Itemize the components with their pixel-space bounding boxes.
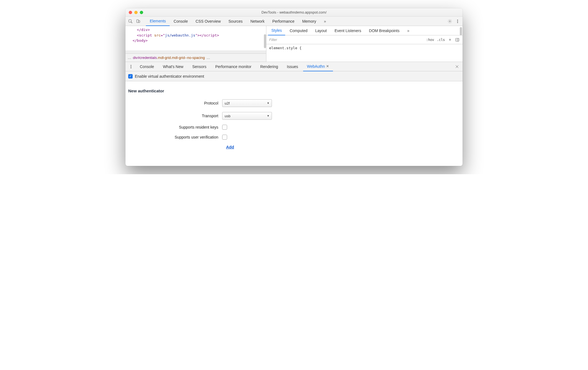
gear-icon[interactable]: [446, 17, 454, 25]
new-rule-icon[interactable]: ＋: [448, 38, 452, 42]
chevron-down-icon: ▼: [267, 114, 269, 117]
svg-rect-2: [138, 20, 140, 22]
elements-pane: </div> <script src="js/webauthn.js"></sc…: [125, 26, 266, 62]
code-token: </div>: [137, 28, 150, 32]
transport-select[interactable]: usb ▼: [222, 112, 272, 120]
protocol-label: Protocol: [128, 101, 222, 105]
tab-console[interactable]: Console: [170, 17, 191, 26]
drawer-tab-perfmon[interactable]: Performance monitor: [211, 62, 255, 71]
kebab-menu-icon[interactable]: [454, 17, 461, 25]
resident-keys-label: Supports resident keys: [128, 125, 222, 129]
user-verification-label: Supports user verification: [128, 135, 222, 139]
styles-pane: Styles Computed Layout Event Listeners D…: [266, 26, 463, 62]
svg-point-5: [457, 21, 458, 21]
svg-point-9: [131, 66, 131, 67]
scrollbar-vertical[interactable]: [264, 34, 266, 48]
svg-rect-7: [456, 38, 459, 41]
webauthn-panel: New authenticator Protocol u2f ▼ Transpo…: [125, 81, 463, 166]
tab-event-listeners[interactable]: Event Listeners: [331, 26, 365, 35]
row-resident-keys: Supports resident keys: [128, 125, 460, 130]
tab-computed[interactable]: Computed: [286, 26, 311, 35]
inspect-element-icon[interactable]: [127, 17, 134, 25]
scrollbar-vertical[interactable]: [460, 27, 462, 35]
styles-filter-row: :hov .cls ＋: [266, 35, 463, 44]
section-title: New authenticator: [128, 88, 460, 93]
tab-elements[interactable]: Elements: [146, 17, 170, 26]
drawer-tabstrip: Console What's New Sensors Performance m…: [125, 62, 463, 71]
svg-point-3: [449, 21, 450, 22]
hov-toggle[interactable]: :hov: [426, 38, 434, 42]
tab-styles[interactable]: Styles: [268, 26, 285, 35]
titlebar: DevTools - webauthndemo.appspot.com/: [125, 8, 463, 17]
tab-css-overview[interactable]: CSS Overview: [192, 17, 225, 26]
breadcrumb[interactable]: … div#credentials.mdl-grid.mdl-grid--no-…: [125, 53, 266, 62]
webauthn-toolbar: Enable virtual authenticator environment: [125, 71, 463, 81]
main-tabstrip: Elements Console CSS Overview Sources Ne…: [125, 17, 463, 26]
dom-tree[interactable]: </div> <script src="js/webauthn.js"></sc…: [125, 26, 266, 51]
device-toolbar-icon[interactable]: [134, 17, 142, 25]
breadcrumb-next[interactable]: …: [206, 56, 210, 60]
scrollbar-horizontal[interactable]: [125, 51, 266, 53]
main-tabs-overflow[interactable]: »: [320, 17, 330, 26]
drawer-tab-webauthn[interactable]: WebAuthn ✕: [303, 62, 333, 71]
style-rule[interactable]: element.style {: [266, 44, 463, 52]
window-title: DevTools - webauthndemo.appspot.com/: [125, 10, 463, 14]
drawer-tab-issues[interactable]: Issues: [283, 62, 302, 71]
panel-collapse-icon[interactable]: [455, 37, 460, 42]
breadcrumb-prev[interactable]: …: [128, 56, 131, 60]
enable-virtual-auth-label: Enable virtual authenticator environment: [135, 74, 204, 79]
zoom-window-button[interactable]: [140, 11, 143, 14]
protocol-select[interactable]: u2f ▼: [222, 99, 272, 107]
drawer-tab-sensors[interactable]: Sensors: [188, 62, 210, 71]
svg-rect-1: [137, 20, 139, 23]
code-token: </body>: [133, 38, 148, 43]
row-protocol: Protocol u2f ▼: [128, 99, 460, 107]
tab-network[interactable]: Network: [246, 17, 268, 26]
drawer-close-icon[interactable]: [453, 63, 461, 71]
traffic-lights: [129, 11, 143, 14]
drawer-kebab-menu-icon[interactable]: [127, 63, 135, 71]
styles-tabstrip: Styles Computed Layout Event Listeners D…: [266, 26, 463, 35]
drawer-tab-rendering[interactable]: Rendering: [256, 62, 282, 71]
row-user-verification: Supports user verification: [128, 135, 460, 140]
drawer-tab-whatsnew[interactable]: What's New: [159, 62, 187, 71]
drawer-tab-console[interactable]: Console: [136, 62, 158, 71]
resident-keys-checkbox[interactable]: [222, 125, 227, 130]
svg-point-6: [457, 22, 458, 23]
add-authenticator-button[interactable]: Add: [226, 145, 460, 149]
svg-point-8: [131, 65, 131, 66]
styles-tabs-overflow[interactable]: »: [404, 26, 413, 35]
cls-toggle[interactable]: .cls: [437, 38, 445, 42]
tab-layout[interactable]: Layout: [312, 26, 330, 35]
row-transport: Transport usb ▼: [128, 112, 460, 120]
tab-dom-breakpoints[interactable]: DOM Breakpoints: [366, 26, 403, 35]
panels-split: </div> <script src="js/webauthn.js"></sc…: [125, 26, 463, 62]
minimize-window-button[interactable]: [134, 11, 138, 14]
tab-memory[interactable]: Memory: [298, 17, 320, 26]
close-icon[interactable]: ✕: [326, 64, 329, 68]
chevron-down-icon: ▼: [267, 102, 269, 105]
tab-performance[interactable]: Performance: [268, 17, 298, 26]
transport-label: Transport: [128, 114, 222, 118]
close-window-button[interactable]: [129, 11, 132, 14]
svg-point-10: [131, 67, 131, 68]
user-verification-checkbox[interactable]: [222, 135, 227, 140]
styles-filter-input[interactable]: [266, 35, 423, 44]
tab-sources[interactable]: Sources: [225, 17, 246, 26]
enable-virtual-auth-checkbox[interactable]: [128, 74, 133, 79]
window: DevTools - webauthndemo.appspot.com/ Ele…: [125, 8, 463, 166]
svg-point-4: [457, 20, 458, 20]
